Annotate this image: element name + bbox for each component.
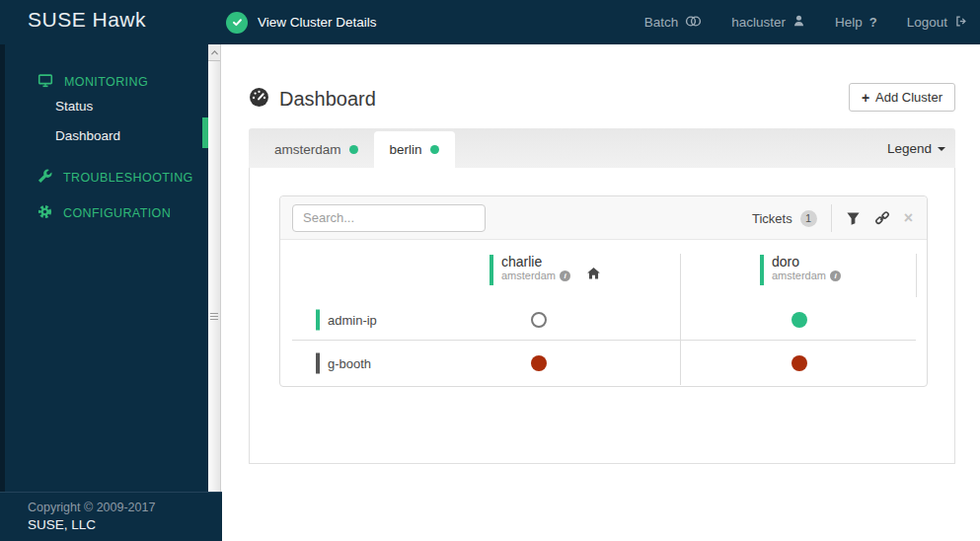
hawk-window: SUSE Hawk View Cluster Details Batch hac… xyxy=(0,0,980,541)
help-menu-item[interactable]: Help ? xyxy=(835,15,877,30)
panel-toolbar: Tickets 1 × xyxy=(280,196,927,240)
brand-logo: SUSE Hawk xyxy=(28,8,146,32)
resource-row-g-booth: g-booth xyxy=(280,341,927,386)
node-name: doro xyxy=(772,254,841,270)
tickets-count-badge: 1 xyxy=(800,210,817,227)
resource-status-bar xyxy=(316,353,320,374)
sidebar-item-dashboard[interactable]: Dashboard xyxy=(55,128,120,143)
sidebar-nav: MONITORING Status Dashboard TROUBLESHOOT… xyxy=(0,44,208,492)
page-header: Dashboard xyxy=(249,87,376,112)
sidebar-section-configuration[interactable]: CONFIGURATION xyxy=(38,204,171,222)
column-divider xyxy=(916,254,917,297)
sidebar-item-label: Status xyxy=(55,99,93,114)
search-input[interactable] xyxy=(292,204,486,232)
top-navbar: SUSE Hawk View Cluster Details Batch hac… xyxy=(0,0,980,44)
filter-button[interactable] xyxy=(846,211,861,226)
node-status-bar xyxy=(490,255,493,285)
close-icon: × xyxy=(904,210,913,226)
main-content: Dashboard + Add Cluster amsterdam berlin… xyxy=(222,44,980,541)
legend-dropdown[interactable]: Legend xyxy=(887,128,945,168)
user-icon xyxy=(792,14,805,31)
monitor-icon xyxy=(38,73,53,91)
sidebar-item-label: Dashboard xyxy=(55,128,120,143)
sidebar-splitter[interactable] xyxy=(208,44,221,492)
cluster-status-dot xyxy=(349,145,358,154)
node-cluster-label: amsterdam xyxy=(501,270,556,281)
copyright-text: Copyright © 2009-2017 xyxy=(28,501,222,514)
username-label: hacluster xyxy=(731,15,786,30)
dashboard-gauge-icon xyxy=(249,87,269,112)
tab-berlin[interactable]: berlin xyxy=(374,131,455,168)
caret-down-icon xyxy=(938,147,945,151)
tab-label: amsterdam xyxy=(274,142,341,157)
sidebar-item-status[interactable]: Status xyxy=(55,99,93,114)
cluster-panel-body: Tickets 1 × xyxy=(249,168,955,464)
question-icon: ? xyxy=(869,15,877,30)
plus-icon: + xyxy=(862,91,869,105)
toolbar-divider xyxy=(831,204,832,232)
info-icon[interactable]: i xyxy=(560,270,570,281)
page-title: Dashboard xyxy=(279,88,376,111)
sign-out-icon xyxy=(954,15,968,31)
splitter-grip-handle[interactable] xyxy=(210,311,218,322)
home-node-indicator xyxy=(586,267,601,284)
batch-menu-item[interactable]: Batch xyxy=(644,15,703,31)
info-icon[interactable]: i xyxy=(830,270,841,281)
window-edge xyxy=(0,44,5,541)
view-cluster-details-link[interactable]: View Cluster Details xyxy=(226,0,377,44)
status-dot xyxy=(792,355,807,371)
resource-name: g-booth xyxy=(328,356,371,371)
dashboard-table-panel: Tickets 1 × xyxy=(279,195,928,387)
chevron-up-icon xyxy=(210,49,219,56)
sidebar-footer: Copyright © 2009-2017 SUSE, LLC xyxy=(0,492,222,541)
add-cluster-button[interactable]: + Add Cluster xyxy=(849,83,955,112)
cluster-tab-bar: amsterdam berlin Legend xyxy=(249,128,955,168)
scroll-up-button[interactable] xyxy=(208,44,220,61)
tickets-label: Tickets xyxy=(752,211,792,226)
cluster-ok-check-icon xyxy=(226,12,248,34)
link-button[interactable] xyxy=(874,210,890,226)
batch-toggle-icon xyxy=(685,15,702,31)
resource-row-admin-ip: admin-ip xyxy=(280,299,927,340)
home-icon xyxy=(586,267,601,280)
logout-menu-item[interactable]: Logout xyxy=(907,15,968,31)
toolbar-actions: Tickets 1 × xyxy=(752,196,913,240)
sidebar-section-troubleshooting[interactable]: TROUBLESHOOTING xyxy=(38,169,193,187)
company-text: SUSE, LLC xyxy=(28,517,222,532)
chain-link-icon xyxy=(874,210,890,226)
add-cluster-label: Add Cluster xyxy=(875,90,942,105)
help-label: Help xyxy=(835,15,863,30)
node-status-bar xyxy=(760,255,764,285)
tab-label: berlin xyxy=(390,142,422,157)
clusters-card: amsterdam berlin Legend xyxy=(249,128,955,464)
node-header-doro: doro amsterdam i xyxy=(760,254,841,285)
sidebar-section-label: CONFIGURATION xyxy=(63,206,171,220)
navbar-right-menu: Batch hacluster Help ? Logout xyxy=(644,0,968,44)
status-dot xyxy=(792,312,807,328)
sidebar-section-label: MONITORING xyxy=(64,75,148,89)
node-cluster-label: amsterdam xyxy=(772,270,826,281)
status-dot xyxy=(531,355,547,371)
user-menu-item[interactable]: hacluster xyxy=(731,14,805,31)
legend-label: Legend xyxy=(887,141,932,156)
wrench-icon xyxy=(38,169,52,187)
tab-amsterdam[interactable]: amsterdam xyxy=(259,131,374,168)
node-header-charlie: charlie amsterdam i xyxy=(490,254,601,285)
resource-status-table: charlie amsterdam i xyxy=(280,240,927,386)
tickets-indicator: Tickets 1 xyxy=(752,210,817,227)
sidebar-section-monitoring[interactable]: MONITORING xyxy=(38,73,148,91)
remove-cluster-button[interactable]: × xyxy=(904,210,913,226)
cluster-status-dot xyxy=(430,145,439,154)
view-cluster-details-label: View Cluster Details xyxy=(258,15,377,30)
gear-icon xyxy=(38,204,52,222)
resource-status-bar xyxy=(316,309,320,330)
node-name: charlie xyxy=(501,254,570,270)
batch-label: Batch xyxy=(644,15,679,30)
logout-label: Logout xyxy=(907,15,947,30)
status-dot xyxy=(531,312,547,328)
filter-funnel-icon xyxy=(846,211,861,226)
resource-name: admin-ip xyxy=(328,312,377,327)
sidebar-section-label: TROUBLESHOOTING xyxy=(63,171,193,185)
